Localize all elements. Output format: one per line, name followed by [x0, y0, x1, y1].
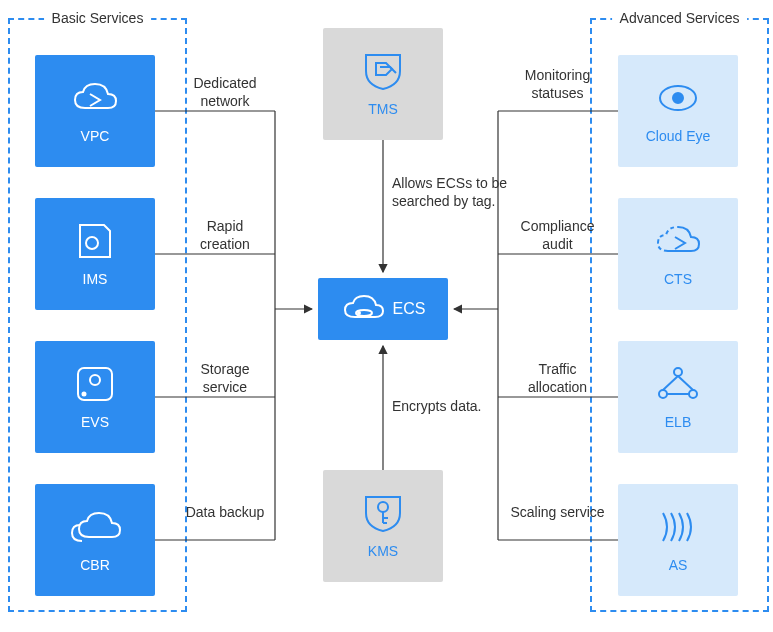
vpc-card: VPC — [35, 55, 155, 167]
scaling-icon — [653, 507, 703, 547]
cloud-server-icon — [341, 293, 385, 325]
basic-services-title: Basic Services — [44, 10, 152, 26]
elb-card: ELB — [618, 341, 738, 453]
cloud-eye-label: Cloud Eye — [646, 128, 711, 144]
svg-point-6 — [674, 368, 682, 376]
key-shield-icon — [360, 493, 406, 533]
elb-edge-text: Traffic allocation — [510, 361, 605, 396]
disk-icon — [70, 364, 120, 404]
kms-card: KMS — [323, 470, 443, 582]
tms-label: TMS — [368, 101, 398, 117]
tms-edge-text: Allows ECSs to be searched by tag. — [392, 175, 512, 210]
ecs-label: ECS — [393, 300, 426, 318]
cloud-icon — [70, 78, 120, 118]
advanced-services-title: Advanced Services — [612, 10, 748, 26]
vpc-label: VPC — [81, 128, 110, 144]
kms-label: KMS — [368, 543, 398, 559]
cbr-card: CBR — [35, 484, 155, 596]
svg-point-11 — [378, 502, 388, 512]
cloud-eye-edge-text: Monitoring statuses — [510, 67, 605, 102]
svg-point-5 — [673, 93, 683, 103]
as-label: AS — [669, 557, 688, 573]
svg-point-7 — [659, 390, 667, 398]
evs-edge-text: Storage service — [185, 361, 265, 396]
evs-card: EVS — [35, 341, 155, 453]
ims-label: IMS — [83, 271, 108, 287]
elb-label: ELB — [665, 414, 691, 430]
cbr-edge-text: Data backup — [185, 504, 265, 522]
tms-card: TMS — [323, 28, 443, 140]
image-file-icon — [70, 221, 120, 261]
svg-point-0 — [86, 237, 98, 249]
as-card: AS — [618, 484, 738, 596]
cloud-eye-card: Cloud Eye — [618, 55, 738, 167]
as-edge-text: Scaling service — [510, 504, 605, 522]
evs-label: EVS — [81, 414, 109, 430]
cts-edge-text: Compliance audit — [510, 218, 605, 253]
svg-point-2 — [90, 375, 100, 385]
vpc-edge-text: Dedicated network — [185, 75, 265, 110]
cloud-backup-icon — [67, 507, 123, 547]
svg-point-3 — [83, 393, 86, 396]
cbr-label: CBR — [80, 557, 110, 573]
eye-icon — [653, 78, 703, 118]
kms-edge-text: Encrypts data. — [392, 398, 512, 416]
cts-label: CTS — [664, 271, 692, 287]
ims-edge-text: Rapid creation — [185, 218, 265, 253]
svg-point-8 — [689, 390, 697, 398]
svg-point-10 — [358, 312, 360, 314]
cloud-trace-icon — [653, 221, 703, 261]
ims-card: IMS — [35, 198, 155, 310]
cts-card: CTS — [618, 198, 738, 310]
ecs-node: ECS — [318, 278, 448, 340]
tag-shield-icon — [360, 51, 406, 91]
load-balance-icon — [653, 364, 703, 404]
